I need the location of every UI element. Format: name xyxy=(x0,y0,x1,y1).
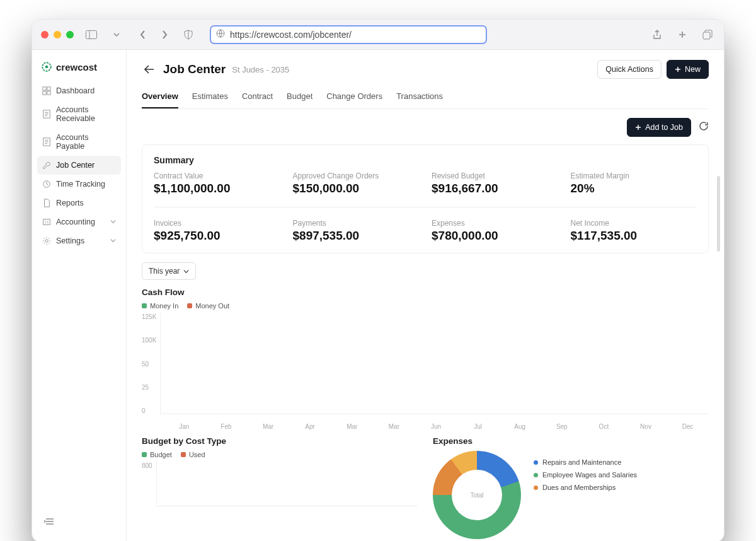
nav-forward-button[interactable] xyxy=(157,27,172,42)
svg-rect-9 xyxy=(43,91,46,95)
new-button[interactable]: New xyxy=(667,60,709,79)
main-content: Job Center St Judes - 2035 Quick Actions… xyxy=(127,50,724,541)
metric-value: $1,100,000.00 xyxy=(154,182,280,195)
scrollbar[interactable] xyxy=(717,176,720,252)
nav-icon xyxy=(42,161,51,170)
share-icon[interactable] xyxy=(650,27,665,42)
summary-metric: Payments$897,535.00 xyxy=(293,219,420,243)
expense-legend-item: Employee Wages and Salaries xyxy=(534,471,637,479)
page-subtitle: St Judes - 2035 xyxy=(232,65,289,74)
nav-icon xyxy=(42,218,51,226)
summary-metric: Expenses$780,000.00 xyxy=(432,219,558,243)
svg-point-6 xyxy=(45,66,49,69)
summary-metric: Revised Budget$916,667.00 xyxy=(432,172,558,195)
new-tab-icon[interactable] xyxy=(675,27,690,42)
nav-label: Dashboard xyxy=(56,86,94,95)
metric-value: $925,750.00 xyxy=(154,229,280,243)
sidebar-item-reports[interactable]: Reports xyxy=(37,194,121,212)
svg-rect-8 xyxy=(47,87,50,90)
chart-plot-area xyxy=(156,462,418,506)
browser-window: https://crewcost.com/jobcenter/ crewcost xyxy=(32,19,724,541)
budget-title: Budget by Cost Type xyxy=(142,436,418,446)
tab-change-orders[interactable]: Change Orders xyxy=(326,88,382,108)
tabs-bar: OverviewEstimatesContractBudgetChange Or… xyxy=(142,88,709,109)
sidebar-toggle-icon[interactable] xyxy=(83,27,100,42)
cash-flow-chart: 125K100K50250JanFebMarAprMarMarJunJulAug… xyxy=(142,313,709,430)
tab-overview[interactable]: Overview xyxy=(142,88,178,108)
tab-contract[interactable]: Contract xyxy=(242,88,273,108)
metric-label: Estimated Margin xyxy=(571,172,697,180)
back-arrow-icon[interactable] xyxy=(142,62,157,77)
window-minimize-button[interactable] xyxy=(54,31,61,38)
metric-value: $780,000.00 xyxy=(432,229,558,243)
sidebar-item-job-center[interactable]: Job Center xyxy=(37,156,121,175)
cash-flow-legend: Money In Money Out xyxy=(142,302,709,310)
time-range-filter[interactable]: This year xyxy=(142,262,196,280)
summary-metric: Contract Value$1,100,000.00 xyxy=(154,172,280,195)
nav-icon xyxy=(42,137,51,146)
nav-label: Accounts Receivable xyxy=(56,105,116,123)
url-bar[interactable]: https://crewcost.com/jobcenter/ xyxy=(210,25,487,44)
svg-rect-14 xyxy=(43,219,50,225)
sidebar-item-accounts-payable[interactable]: Accounts Payable xyxy=(37,128,121,156)
svg-point-15 xyxy=(45,240,48,242)
expenses-legend: Repairs and MaintenanceEmployee Wages an… xyxy=(534,458,637,491)
cash-flow-section: Cash Flow Money In Money Out 125K100K502… xyxy=(142,288,709,430)
refresh-icon[interactable] xyxy=(699,121,709,134)
sidebar-item-time-tracking[interactable]: Time Tracking xyxy=(37,175,121,194)
cash-flow-title: Cash Flow xyxy=(142,288,709,297)
tabs-overview-icon[interactable] xyxy=(700,27,715,42)
sidebar: crewcost DashboardAccounts ReceivableAcc… xyxy=(32,50,127,541)
sidebar-item-accounts-receivable[interactable]: Accounts Receivable xyxy=(37,100,121,128)
brand-name: crewcost xyxy=(56,62,97,73)
budget-section: Budget by Cost Type Budget Used 800 xyxy=(142,436,418,539)
summary-metric: Estimated Margin20% xyxy=(571,172,697,195)
metric-label: Contract Value xyxy=(154,172,280,180)
sidebar-item-accounting[interactable]: Accounting xyxy=(37,212,121,231)
svg-rect-7 xyxy=(43,87,46,90)
budget-chart: 800 xyxy=(142,462,418,515)
chevron-down-icon[interactable] xyxy=(109,27,124,42)
url-text: https://crewcost.com/jobcenter/ xyxy=(230,30,352,40)
page-header: Job Center St Judes - 2035 Quick Actions… xyxy=(142,60,709,79)
metric-label: Revised Budget xyxy=(432,172,558,180)
metric-value: $916,667.00 xyxy=(432,182,558,195)
expense-legend-item: Repairs and Maintenance xyxy=(534,458,637,466)
chevron-down-icon xyxy=(110,218,116,226)
nav-label: Job Center xyxy=(56,161,94,170)
svg-rect-10 xyxy=(47,91,50,95)
sidebar-item-dashboard[interactable]: Dashboard xyxy=(37,81,121,100)
window-maximize-button[interactable] xyxy=(66,31,74,38)
expense-legend-item: Dues and Memberships xyxy=(534,484,637,491)
donut-center-label: Total xyxy=(470,492,483,499)
collapse-sidebar-icon[interactable] xyxy=(41,514,56,529)
nav-label: Accounts Payable xyxy=(56,133,116,151)
brand-logo[interactable]: crewcost xyxy=(37,59,121,75)
nav-label: Settings xyxy=(56,236,84,245)
summary-card: Summary Contract Value$1,100,000.00Appro… xyxy=(142,144,709,253)
sidebar-item-settings[interactable]: Settings xyxy=(37,231,121,250)
quick-actions-button[interactable]: Quick Actions xyxy=(597,60,662,79)
metric-value: $150,000.00 xyxy=(293,182,420,195)
nav-label: Time Tracking xyxy=(56,180,105,189)
window-close-button[interactable] xyxy=(41,31,49,38)
tab-budget[interactable]: Budget xyxy=(287,88,312,108)
metric-label: Net Income xyxy=(571,219,697,228)
chart-y-axis: 800 xyxy=(142,462,156,506)
expenses-donut-chart: Total xyxy=(433,451,521,539)
tab-transactions[interactable]: Transactions xyxy=(396,88,443,108)
add-to-job-button[interactable]: Add to Job xyxy=(627,118,691,137)
shield-icon[interactable] xyxy=(181,27,196,42)
globe-icon xyxy=(216,29,225,40)
summary-metric: Net Income$117,535.00 xyxy=(571,219,697,243)
nav-back-button[interactable] xyxy=(135,27,151,42)
summary-metric: Approved Change Orders$150,000.00 xyxy=(293,172,420,195)
nav-icon xyxy=(42,86,51,95)
nav-icon xyxy=(42,110,51,119)
metric-label: Invoices xyxy=(154,219,280,228)
metric-label: Payments xyxy=(293,219,420,228)
nav-icon xyxy=(42,199,51,207)
tab-estimates[interactable]: Estimates xyxy=(192,88,228,108)
metric-value: $117,535.00 xyxy=(571,229,697,243)
svg-rect-0 xyxy=(86,30,97,38)
